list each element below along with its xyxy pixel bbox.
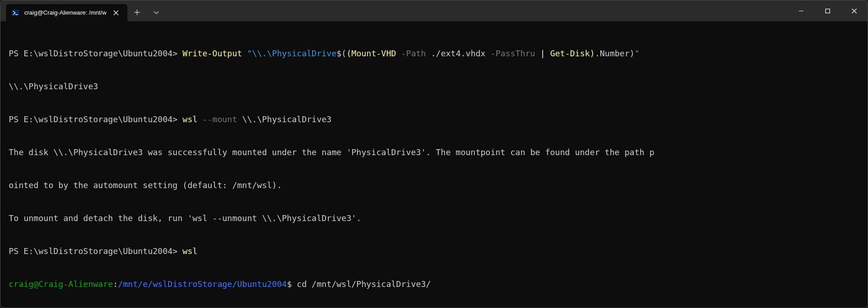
bash-path: /mnt/e/wslDistroStorage/Ubuntu2004 bbox=[118, 279, 286, 289]
tab-close-button[interactable] bbox=[111, 8, 121, 18]
cmd-wsl: wsl bbox=[182, 114, 198, 124]
output-mount-msg-2: ointed to by the automount setting (defa… bbox=[9, 180, 859, 191]
cmd-get-disk: Get-Disk bbox=[550, 49, 590, 58]
output-mount-msg-1: The disk \\.\PhysicalDrive3 was successf… bbox=[9, 147, 859, 158]
svg-rect-1 bbox=[826, 9, 830, 13]
cmd-wsl-enter: wsl bbox=[182, 246, 198, 256]
output-physicaldrive: \\.\PhysicalDrive3 bbox=[9, 81, 859, 92]
cmd-mount-vhd: Mount-VHD bbox=[352, 49, 396, 58]
tab-dropdown-button[interactable] bbox=[147, 4, 166, 21]
terminal-pane[interactable]: PS E:\wslDistroStorage\Ubuntu2004> Write… bbox=[0, 22, 868, 308]
window-maximize-button[interactable] bbox=[814, 0, 841, 22]
cmd-write-output: Write-Output bbox=[182, 49, 242, 58]
tab-title: craig@Craig-Alienware: /mnt/w bbox=[24, 9, 106, 16]
cmd-string-open: "\\.\PhysicalDrive bbox=[247, 49, 336, 58]
window-titlebar: craig@Craig-Alienware: /mnt/w bbox=[0, 0, 868, 22]
tab-active[interactable]: craig@Craig-Alienware: /mnt/w bbox=[6, 4, 127, 22]
ps-prompt: PS E:\wslDistroStorage\Ubuntu2004> bbox=[9, 49, 177, 58]
window-minimize-button[interactable] bbox=[788, 0, 814, 22]
bash-user: craig@Craig-Alienware bbox=[9, 279, 113, 289]
window-controls bbox=[788, 0, 868, 22]
powershell-icon bbox=[11, 9, 20, 17]
output-mount-msg-3: To unmount and detach the disk, run 'wsl… bbox=[9, 213, 859, 224]
cmd-cd: cd /mnt/wsl/PhysicalDrive3/ bbox=[297, 279, 431, 289]
new-tab-button[interactable] bbox=[127, 4, 147, 21]
window-close-button[interactable] bbox=[841, 0, 868, 22]
